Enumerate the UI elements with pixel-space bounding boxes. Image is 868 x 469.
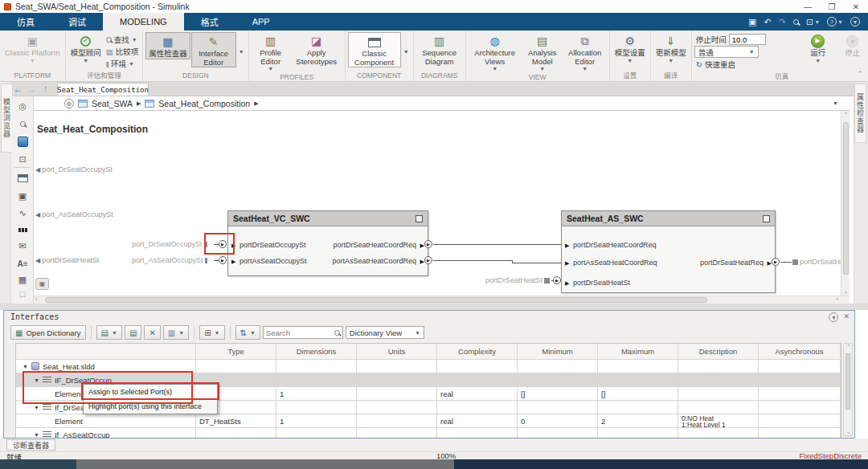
redo-icon[interactable]: ↷ bbox=[779, 17, 786, 27]
panel-divider[interactable] bbox=[0, 304, 868, 310]
component-block-vc[interactable]: SeatHeat_VC_SWC ▶ portDrSeatOccupySt ▶ p… bbox=[227, 210, 428, 276]
delete-button[interactable]: ✕ bbox=[144, 325, 160, 340]
tab-app[interactable]: APP bbox=[235, 13, 287, 31]
wire[interactable] bbox=[433, 260, 512, 261]
block-port[interactable]: portDrSeatHeatSt bbox=[573, 279, 630, 287]
frame-tool-icon[interactable] bbox=[11, 133, 34, 149]
dashed-line-tool-icon[interactable] bbox=[11, 222, 34, 238]
stop-time-input[interactable] bbox=[729, 34, 766, 45]
search-input[interactable] bbox=[266, 328, 334, 337]
zoom-icon[interactable] bbox=[793, 19, 799, 25]
external-port-label[interactable]: portDrSeatHeatSt bbox=[482, 276, 550, 284]
edge-port[interactable]: ◀portDrSeatHeatSt bbox=[35, 256, 99, 264]
annotation-tool-icon[interactable]: A≡ bbox=[11, 255, 34, 271]
block-port[interactable]: portAsSeatHeatCoordReq bbox=[332, 257, 416, 265]
view-mode-select[interactable]: Dictionary View▼ bbox=[346, 326, 424, 339]
architecture-views-button[interactable]: ◍ Architecture Views▼ bbox=[469, 32, 522, 72]
screenshot-icon[interactable]: ⊡▼ bbox=[806, 17, 820, 27]
profile-editor-button[interactable]: ▥ Profile Editor▼ bbox=[252, 32, 290, 72]
port-pin-icon[interactable]: ▶ bbox=[219, 256, 227, 264]
save-icon[interactable]: ▣ bbox=[748, 17, 756, 27]
add-element-button[interactable]: ⊞▼ bbox=[199, 325, 224, 340]
mail-tool-icon[interactable]: ✉ bbox=[11, 238, 34, 254]
nav-up-icon[interactable]: ↑ bbox=[39, 84, 52, 96]
edge-port[interactable]: ◀port_DrSeatOccupySt bbox=[35, 165, 113, 173]
expand-icon[interactable]: ▼ bbox=[23, 364, 28, 369]
expand-icon[interactable]: ▼ bbox=[34, 405, 39, 410]
save-dictionary-button[interactable]: ▤ bbox=[125, 325, 141, 340]
undo-icon[interactable]: ↶ bbox=[764, 17, 771, 27]
property-inspector-tab[interactable]: 属性检查器 bbox=[854, 84, 866, 143]
hide-browser-icon[interactable]: ◎ bbox=[11, 98, 34, 114]
simulation-mode-select[interactable]: 普通▼ bbox=[694, 46, 759, 58]
model-settings-button[interactable]: ⚙ 模型设置▼ bbox=[612, 32, 648, 63]
update-model-button[interactable]: ⇓ 更新模型▼ bbox=[653, 32, 689, 63]
fast-restart-button[interactable]: ↻快速重启 bbox=[694, 59, 800, 70]
classic-platform-button[interactable]: ▣ Classic Platform▼ bbox=[2, 32, 63, 63]
close-button[interactable]: ✕ bbox=[844, 0, 868, 13]
breadcrumb-item-current[interactable]: Seat_Heat_Composition bbox=[158, 99, 250, 108]
sequence-diagram-button[interactable]: ▥ Sequence Diagram bbox=[416, 32, 463, 66]
block-port[interactable]: portDrSeatHeatReq bbox=[700, 259, 764, 267]
component-block-as[interactable]: SeatHeat_AS_SWC ▶ portDrSeatHeatCoordReq… bbox=[561, 210, 776, 293]
table-row[interactable]: Element DT_HeatSts 1 real 0 2 0:NO Heat1… bbox=[16, 414, 841, 428]
table-row[interactable]: ▼If_AsSeatOccup bbox=[16, 428, 841, 438]
subsystem-badge-icon[interactable]: ◍ bbox=[64, 99, 74, 108]
external-port-label[interactable]: port_AsSeatOccupySt bbox=[132, 256, 207, 264]
diagram-canvas[interactable]: Seat_Heat_Composition ◀port_DrSeatOccupy… bbox=[34, 111, 850, 296]
tab-format[interactable]: 格式 bbox=[184, 13, 235, 31]
scroll-up-icon[interactable]: ⌃ bbox=[841, 112, 850, 118]
scroll-thumb[interactable] bbox=[45, 297, 707, 303]
interface-editor-button[interactable]: ✎ Interface Editor bbox=[191, 32, 236, 67]
compare-button[interactable]: ▤比较项 bbox=[104, 46, 141, 57]
panel-close-icon[interactable]: ✕ bbox=[843, 312, 850, 322]
tab-debug[interactable]: 调试 bbox=[51, 13, 103, 31]
block-badge-icon[interactable] bbox=[416, 215, 423, 222]
scroll-thumb[interactable] bbox=[843, 122, 849, 275]
image-tool-icon[interactable]: ▦ bbox=[11, 271, 34, 288]
scroll-up-icon[interactable]: ⌃ bbox=[844, 344, 854, 350]
canvas-horizontal-scrollbar[interactable]: ‹ › bbox=[34, 296, 850, 304]
design-dropdown-button[interactable]: ▼ bbox=[237, 32, 246, 71]
window-tool-icon[interactable] bbox=[11, 170, 34, 186]
find-button[interactable]: 查找▼ bbox=[104, 34, 141, 45]
block-port[interactable]: portDrSeatOccupySt bbox=[240, 241, 306, 249]
document-tab[interactable]: Seat_Heat_Composition bbox=[57, 83, 149, 96]
block-port[interactable]: portAsSeatHeatCoordReq bbox=[573, 259, 657, 267]
scroll-down-icon[interactable]: ⌄ bbox=[841, 288, 850, 295]
signal-tool-icon[interactable]: ∿ bbox=[11, 205, 34, 221]
port-pin-icon[interactable]: ▶ bbox=[424, 240, 432, 248]
wire[interactable] bbox=[433, 244, 561, 245]
run-button[interactable]: ▶ 运行▼ bbox=[801, 32, 835, 63]
help-icon[interactable]: ?▼ bbox=[827, 17, 843, 27]
minimize-ribbon-icon[interactable]: ▼ bbox=[850, 17, 860, 27]
port-pin-icon[interactable]: ▶ bbox=[553, 276, 561, 284]
stop-button[interactable]: ■ 停止 bbox=[836, 32, 868, 58]
minimize-button[interactable]: — bbox=[796, 0, 820, 13]
block-port[interactable]: portDrSeatHeatCoordReq bbox=[333, 241, 416, 249]
chevron-right-icon[interactable]: ▶ bbox=[137, 100, 141, 107]
canvas-vertical-scrollbar[interactable]: ⌃ ⌄ bbox=[841, 111, 850, 296]
property-inspector-button[interactable]: ▦ 属性检查器 bbox=[145, 32, 190, 59]
component-dropdown-button[interactable]: ▼ bbox=[402, 32, 411, 71]
expand-icon[interactable]: ▼ bbox=[34, 432, 39, 438]
scroll-thumb[interactable] bbox=[845, 353, 850, 410]
maximize-button[interactable]: ❐ bbox=[820, 0, 844, 13]
environment-button[interactable]: |||环境▼ bbox=[104, 58, 141, 69]
collapse-ribbon-icon[interactable]: ⌃ bbox=[857, 70, 863, 78]
breadcrumb-dropdown-icon[interactable]: ▼ bbox=[833, 100, 850, 106]
subsystem-tool-icon[interactable]: ⊡ bbox=[11, 151, 34, 167]
panel-collapse-icon[interactable]: ▼ bbox=[829, 312, 838, 322]
wire[interactable] bbox=[512, 263, 561, 263]
tab-modeling[interactable]: MODELING bbox=[103, 13, 184, 31]
model-advisor-button[interactable]: ✓ 模型顾问▼ bbox=[68, 32, 104, 63]
block-port[interactable]: portAsSeatOccupySt bbox=[240, 257, 307, 265]
open-dictionary-button[interactable]: ▦Open Dictionary bbox=[10, 325, 86, 340]
analysis-model-button[interactable]: ▤ Analysis Model▼ bbox=[522, 32, 563, 72]
block-badge-icon[interactable] bbox=[763, 215, 770, 222]
block-port[interactable]: portDrSeatHeatCoordReq bbox=[573, 241, 657, 249]
nav-back-icon[interactable]: ← bbox=[11, 84, 25, 96]
classic-component-button[interactable]: Classic Component bbox=[348, 32, 401, 67]
import-button[interactable]: ▥▼ bbox=[163, 325, 189, 340]
viewport-tool-icon[interactable]: ▣ bbox=[11, 188, 34, 204]
